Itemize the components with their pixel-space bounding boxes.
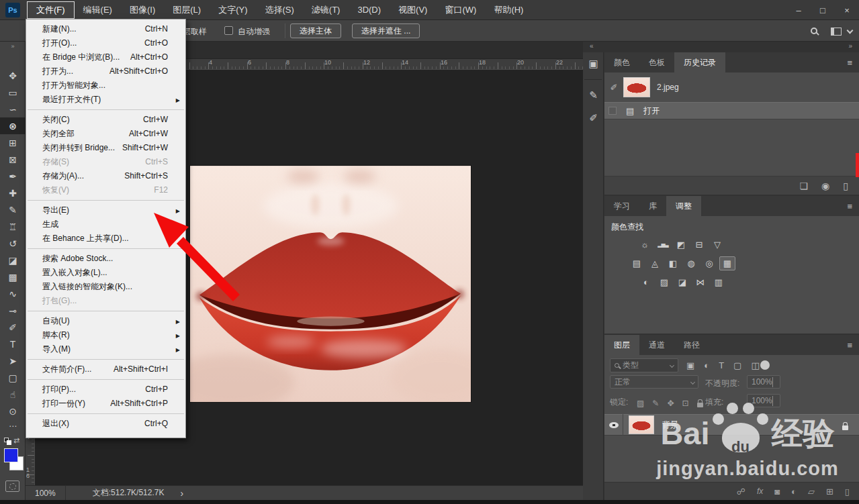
- search-icon[interactable]: [811, 28, 817, 34]
- gradient-tool[interactable]: ▩: [0, 268, 26, 285]
- maximize-button[interactable]: □: [811, 0, 835, 20]
- exposure-icon[interactable]: ⊟: [691, 238, 707, 252]
- history-brush-tool[interactable]: ↺: [0, 235, 26, 252]
- layer-visibility-toggle[interactable]: [604, 414, 623, 436]
- properties-panel-icon[interactable]: ▣: [583, 52, 604, 75]
- new-layer-icon[interactable]: ⊞: [826, 487, 833, 497]
- default-colors-icon[interactable]: [4, 438, 9, 442]
- menu-item-file-info[interactable]: 文件简介(F)...Alt+Shift+Ctrl+I: [26, 362, 185, 376]
- new-adjustment-layer-icon[interactable]: ◐: [791, 487, 797, 497]
- select-subject-button[interactable]: 选择主体: [290, 23, 341, 38]
- filter-toggle-pin[interactable]: [760, 360, 770, 370]
- expand-panels-icon[interactable]: »: [848, 42, 852, 50]
- eyedropper-tool[interactable]: ✒: [0, 168, 26, 185]
- history-source-checkbox[interactable]: [608, 107, 617, 115]
- quick-mask-button[interactable]: [5, 481, 19, 492]
- select-and-mask-button[interactable]: 选择并遮住 ...: [352, 23, 420, 38]
- menubar-view[interactable]: 视图(V): [390, 2, 436, 18]
- frame-tool[interactable]: ⊠: [0, 151, 26, 168]
- tab-learn[interactable]: 学习: [604, 196, 639, 216]
- threshold-icon[interactable]: ◪: [674, 275, 690, 289]
- quick-selection-tool[interactable]: ⊛: [0, 117, 26, 134]
- eraser-tool[interactable]: ◪: [0, 252, 26, 268]
- menu-item-open-recent[interactable]: 最近打开文件(T)▶: [26, 93, 185, 107]
- posterize-icon[interactable]: ▨: [656, 275, 672, 289]
- menubar-type[interactable]: 文字(Y): [210, 2, 256, 18]
- new-snapshot-camera-icon[interactable]: ◉: [821, 181, 829, 191]
- pen-tool[interactable]: ✐: [0, 319, 26, 336]
- collapse-panels-icon[interactable]: «: [590, 42, 594, 50]
- menubar-layer[interactable]: 图层(L): [164, 2, 210, 18]
- menu-item-open-as[interactable]: 打开为...Alt+Shift+Ctrl+O: [26, 64, 185, 79]
- filter-adjustment-layers-icon[interactable]: ◐: [704, 358, 709, 372]
- color-balance-icon[interactable]: ◬: [647, 256, 663, 270]
- menu-item-close-and-go-to-bridge[interactable]: 关闭并转到 Bridge...Shift+Ctrl+W: [26, 141, 185, 155]
- menu-item-new[interactable]: 新建(N)...Ctrl+N: [26, 22, 185, 36]
- opacity-value[interactable]: 100%: [747, 375, 780, 389]
- layer-name[interactable]: 背景: [662, 419, 678, 431]
- move-tool[interactable]: ✥: [0, 67, 26, 84]
- tab-paths[interactable]: 路径: [674, 335, 709, 355]
- type-tool[interactable]: T: [0, 336, 26, 352]
- healing-brush-tool[interactable]: ✚: [0, 185, 26, 201]
- chevron-down-icon[interactable]: [847, 28, 854, 34]
- document-image[interactable]: [190, 166, 471, 402]
- history-brush-source-icon[interactable]: ✐: [604, 83, 623, 93]
- invert-icon[interactable]: ◐: [638, 275, 654, 289]
- delete-layer-trash-icon[interactable]: ▯: [845, 487, 850, 497]
- brush-presets-icon[interactable]: ✐: [583, 107, 604, 130]
- filter-pixel-layers-icon[interactable]: ▣: [686, 358, 694, 372]
- marquee-tool[interactable]: ▭: [0, 84, 26, 101]
- menubar-file[interactable]: 文件(F): [27, 1, 75, 19]
- lasso-tool[interactable]: ∽: [0, 101, 26, 117]
- menubar-image[interactable]: 图像(I): [121, 2, 164, 18]
- menubar-window[interactable]: 窗口(W): [436, 2, 485, 18]
- toolbar-collapse-icon[interactable]: »: [0, 42, 25, 51]
- filter-shape-layers-icon[interactable]: ▢: [733, 358, 741, 372]
- menu-item-exit[interactable]: 退出(X)Ctrl+Q: [26, 417, 185, 431]
- hand-tool[interactable]: ☝: [0, 386, 26, 403]
- swap-colors-icon[interactable]: ⇄: [13, 436, 19, 445]
- new-group-folder-icon[interactable]: ▱: [808, 487, 815, 497]
- history-snapshot-row[interactable]: ✐ 2.jpeg: [604, 75, 859, 99]
- link-layers-icon[interactable]: ☍: [737, 487, 745, 497]
- layer-locked-icon[interactable]: [842, 425, 848, 430]
- menu-item-save-as[interactable]: 存储为(A)...Shift+Ctrl+S: [26, 169, 185, 183]
- path-select-tool[interactable]: ➤: [0, 352, 26, 369]
- tab-color[interactable]: 颜色: [604, 52, 639, 72]
- layer-filter-dropdown[interactable]: 类型: [610, 358, 678, 372]
- vibrance-icon[interactable]: ▽: [709, 238, 725, 252]
- brush-settings-icon[interactable]: ✎: [583, 84, 604, 107]
- menu-item-close[interactable]: 关闭(C)Ctrl+W: [26, 113, 185, 127]
- dodge-tool[interactable]: ⊸: [0, 302, 26, 319]
- add-layer-mask-icon[interactable]: ◙: [774, 487, 780, 497]
- zoom-level[interactable]: 100%: [26, 486, 66, 500]
- lock-position-icon[interactable]: ✥: [667, 397, 674, 410]
- layer-style-fx-icon[interactable]: fx: [757, 487, 763, 496]
- tab-libraries[interactable]: 库: [639, 196, 666, 216]
- foreground-color-swatch[interactable]: [4, 448, 18, 462]
- layer-thumbnail[interactable]: [629, 415, 654, 434]
- menu-item-close-all[interactable]: 关闭全部Alt+Ctrl+W: [26, 127, 185, 141]
- minimize-button[interactable]: –: [786, 0, 811, 20]
- brush-tool[interactable]: ✎: [0, 201, 26, 218]
- layer-row-background[interactable]: 背景: [604, 414, 859, 436]
- panel-menu-icon[interactable]: ≡: [847, 58, 852, 68]
- tab-channels[interactable]: 通道: [639, 335, 674, 355]
- menubar-select[interactable]: 选择(S): [256, 2, 302, 18]
- history-step-open[interactable]: ▤ 打开: [604, 102, 859, 119]
- lock-all-icon[interactable]: [697, 403, 703, 407]
- gradient-map-icon[interactable]: ▥: [711, 275, 727, 289]
- filter-type-layers-icon[interactable]: T: [719, 358, 724, 372]
- edit-toolbar-icon[interactable]: ⋯: [0, 421, 26, 431]
- curves-icon[interactable]: ◩: [673, 238, 689, 252]
- status-chevron-icon[interactable]: ›: [180, 488, 183, 499]
- menu-item-open[interactable]: 打开(O)...Ctrl+O: [26, 36, 185, 50]
- photo-filter-icon[interactable]: ◍: [683, 256, 699, 270]
- menubar-filter[interactable]: 滤镜(T): [303, 2, 349, 18]
- menubar-edit[interactable]: 编辑(E): [75, 2, 121, 18]
- blend-mode-dropdown[interactable]: 正常: [610, 375, 698, 389]
- menu-item-browse-in-bridge[interactable]: 在 Bridge 中浏览(B)...Alt+Ctrl+O: [26, 50, 185, 64]
- tab-swatches[interactable]: 色板: [639, 52, 674, 72]
- menu-item-import[interactable]: 导入(M)▶: [26, 342, 185, 356]
